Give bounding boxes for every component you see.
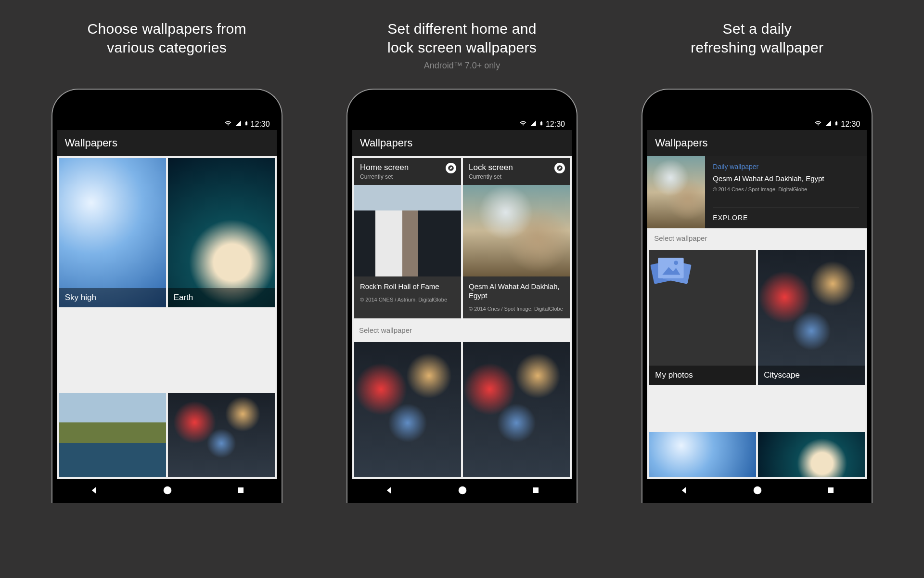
wallpaper-attribution: © 2014 CNES / Astrium, DigitalGlobe [360,296,455,303]
back-icon[interactable] [89,486,99,497]
wifi-icon [814,120,822,129]
category-tile[interactable] [649,432,756,477]
svg-rect-10 [828,487,834,493]
card-title: Home screen [360,163,455,172]
home-icon[interactable] [457,485,468,498]
explore-icon[interactable] [554,163,565,173]
cell-signal-icon [234,120,242,129]
home-icon[interactable] [752,485,763,498]
back-icon[interactable] [679,486,689,497]
battery-icon [244,119,249,129]
category-label: Earth [168,288,275,307]
phone-mockup: 12:30 Wallpapers Home screen Currently s… [346,89,578,503]
card-home-screen[interactable]: Home screen Currently set Rock'n Roll Ha… [354,158,461,318]
statusbar: 12:30 [352,118,572,130]
statusbar: 12:30 [57,118,277,130]
battery-icon [539,119,544,129]
recents-icon[interactable] [826,486,835,497]
android-navbar [352,479,572,503]
promo-panel-home-lock: Set different home and lock screen wallp… [324,19,600,578]
phone-mockup: 12:30 Wallpapers Sky high Earth [51,89,282,503]
card-subtitle: Currently set [360,173,455,180]
explore-button[interactable]: EXPLORE [713,208,859,222]
promo-panel-daily: Set a daily refreshing wallpaper 12:30 W… [619,19,895,578]
tile-my-photos[interactable]: My photos [649,250,756,385]
category-tile[interactable] [59,393,166,477]
phone-mockup: 12:30 Wallpapers Daily wallpaper Qesm Al… [642,89,873,503]
app-title: Wallpapers [57,130,277,156]
daily-attribution: © 2014 Cnes / Spot Image, DigitalGlobe [713,186,859,192]
status-time: 12:30 [546,120,565,129]
promo-panel-categories: Choose wallpapers from various categorie… [29,19,305,578]
wallpaper-name: Rock'n Roll Hall of Fame [360,282,455,291]
back-icon[interactable] [384,486,394,497]
tile-cityscape[interactable]: Cityscape [758,250,865,385]
status-time: 12:30 [841,120,860,129]
android-navbar [647,479,867,503]
wallpaper-attribution: © 2014 Cnes / Spot Image, DigitalGlobe [469,305,564,313]
cell-signal-icon [529,120,537,129]
svg-rect-6 [658,258,684,278]
card-title: Lock screen [469,163,564,172]
promo-headline: Set a daily refreshing wallpaper [691,19,823,57]
home-icon[interactable] [162,485,173,498]
wallpaper-name: Qesm Al Wahat Ad Dakhlah, Egypt [469,282,564,301]
promo-headline: Set different home and lock screen wallp… [387,19,537,57]
promo-subheadline: Android™ 7.0+ only [424,61,500,72]
wifi-icon [224,120,232,129]
promo-headline: Choose wallpapers from various categorie… [88,19,246,57]
status-time: 12:30 [251,120,270,129]
section-select-wallpaper: Select wallpaper [647,228,867,248]
svg-point-8 [674,261,679,265]
category-tile[interactable] [758,432,865,477]
category-tile[interactable] [354,342,461,477]
card-subtitle: Currently set [469,173,564,180]
statusbar: 12:30 [647,118,867,130]
recents-icon[interactable] [531,486,540,497]
daily-name: Qesm Al Wahat Ad Dakhlah, Egypt [713,174,859,183]
app-title: Wallpapers [647,130,867,156]
photos-icon [649,282,693,290]
explore-icon[interactable] [446,163,456,173]
section-select-wallpaper: Select wallpaper [352,320,572,340]
svg-point-0 [163,486,171,494]
daily-wallpaper-card[interactable]: Daily wallpaper Qesm Al Wahat Ad Dakhlah… [647,156,867,228]
tile-label: Cityscape [758,366,865,385]
category-tile-earth[interactable]: Earth [168,158,275,307]
battery-icon [834,119,839,129]
wifi-icon [519,120,527,129]
category-label: Sky high [59,288,166,307]
svg-point-9 [754,486,762,494]
svg-rect-3 [533,487,539,493]
app-title: Wallpapers [352,130,572,156]
recents-icon[interactable] [236,486,245,497]
android-navbar [57,479,277,503]
category-tile[interactable] [463,342,570,477]
tile-label: My photos [649,366,756,385]
svg-point-2 [459,486,467,494]
card-lock-screen[interactable]: Lock screen Currently set Qesm Al Wahat … [463,158,570,318]
category-tile[interactable] [168,393,275,477]
cell-signal-icon [824,120,832,129]
category-tile-sky-high[interactable]: Sky high [59,158,166,307]
svg-rect-1 [238,487,244,493]
daily-tag: Daily wallpaper [713,163,859,171]
